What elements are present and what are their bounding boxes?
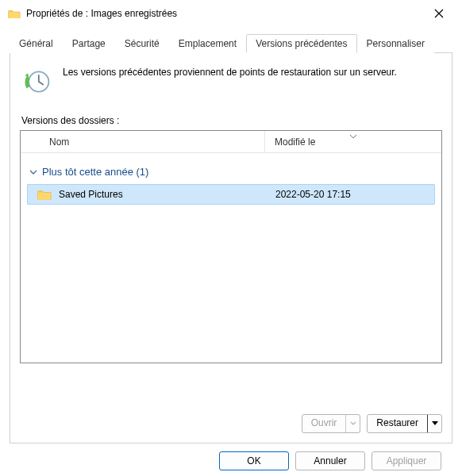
folder-icon <box>37 189 52 201</box>
item-modified: 2022-05-20 17:15 <box>275 189 351 200</box>
tab-emplacement[interactable]: Emplacement <box>169 34 246 53</box>
restore-button[interactable]: Restaurer <box>367 414 442 433</box>
window-title: Propriétés de : Images enregistrées <box>26 8 422 19</box>
column-header-name[interactable]: Nom <box>21 131 265 152</box>
restore-button-label: Restaurer <box>368 415 427 432</box>
chevron-down-icon <box>29 167 38 177</box>
tab-securite[interactable]: Sécurité <box>115 34 169 53</box>
tab-partage[interactable]: Partage <box>63 34 115 53</box>
tab-panel-versions: Les versions précédentes proviennent de … <box>10 53 452 443</box>
folder-icon <box>8 9 21 19</box>
group-label: Plus tôt cette année (1) <box>42 166 148 178</box>
list-header: Nom Modifié le <box>21 131 441 153</box>
tab-general[interactable]: Général <box>10 34 63 53</box>
description-text: Les versions précédentes proviennent de … <box>63 66 397 96</box>
tab-versions[interactable]: Versions précédentes <box>246 34 356 53</box>
tab-personnaliser[interactable]: Personnaliser <box>357 34 434 53</box>
versions-listbox: Nom Modifié le Plus tôt cette année (1) <box>20 130 442 363</box>
cancel-button[interactable]: Annuler <box>295 451 365 470</box>
title-bar: Propriétés de : Images enregistrées <box>0 0 462 27</box>
sort-caret-icon <box>349 130 357 141</box>
close-button[interactable] <box>422 2 456 25</box>
restore-clock-icon <box>23 67 52 96</box>
versions-label: Versions des dossiers : <box>21 115 442 126</box>
column-header-modified[interactable]: Modifié le <box>265 131 441 152</box>
apply-button[interactable]: Appliquer <box>372 451 441 470</box>
open-button-label: Ouvrir <box>302 415 346 432</box>
item-name: Saved Pictures <box>59 189 275 200</box>
dialog-button-row: OK Annuler Appliquer <box>10 443 452 470</box>
version-item[interactable]: Saved Pictures 2022-05-20 17:15 <box>27 184 435 205</box>
tab-strip: Général Partage Sécurité Emplacement Ver… <box>10 33 452 53</box>
restore-dropdown[interactable] <box>427 415 441 432</box>
open-dropdown[interactable] <box>345 415 360 432</box>
ok-button[interactable]: OK <box>219 451 289 470</box>
group-header[interactable]: Plus tôt cette année (1) <box>27 158 435 184</box>
column-header-modified-label: Modifié le <box>275 136 315 148</box>
open-button[interactable]: Ouvrir <box>302 414 361 433</box>
